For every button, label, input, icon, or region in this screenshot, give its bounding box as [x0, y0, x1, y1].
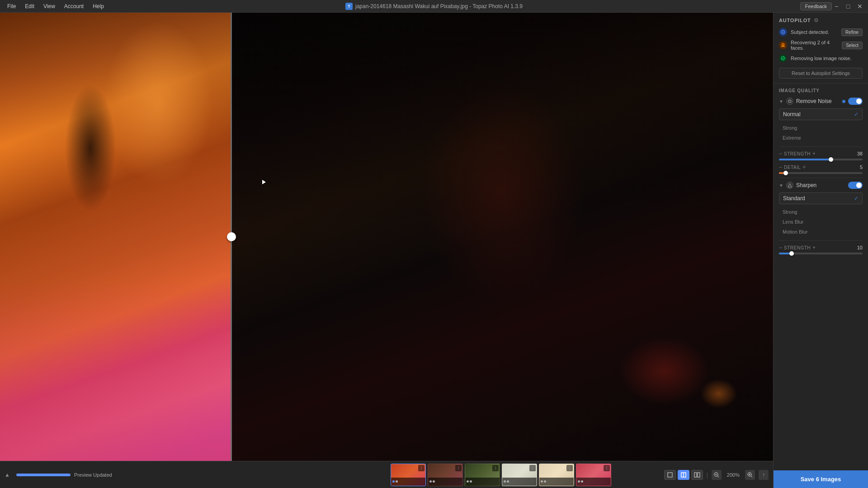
thumb-icons-2: [429, 480, 435, 483]
menu-view[interactable]: View: [40, 2, 59, 10]
sharpen-mode-selected[interactable]: Standard ✓: [779, 192, 863, 204]
menu-file[interactable]: File: [4, 2, 19, 10]
save-images-button[interactable]: Save 6 Images: [774, 470, 868, 488]
zoom-out-button[interactable]: [712, 470, 722, 480]
sharpen-strength-plus-button[interactable]: +: [812, 244, 816, 251]
thumb-icons-5: [541, 480, 546, 483]
sharpen-filter-row: ▼ Sharpen: [779, 182, 863, 189]
thumbnail-6[interactable]: ⋮: [576, 464, 611, 486]
strength-slider-track[interactable]: [779, 159, 863, 160]
split-handle[interactable]: [227, 232, 236, 241]
detail-plus-button[interactable]: +: [802, 164, 806, 170]
thumb-menu-5[interactable]: ⋮: [566, 465, 573, 471]
remove-noise-filter-row: ▼ Remove Noise: [779, 98, 863, 105]
sharpen-strength-slider-track[interactable]: [779, 253, 863, 254]
sharpen-collapse-icon[interactable]: ▼: [779, 183, 783, 188]
remove-noise-toggle[interactable]: [848, 98, 863, 105]
thumb-menu-6[interactable]: ⋮: [604, 465, 610, 471]
canvas-area: ▲ Preview Updated ⋮: [0, 13, 773, 488]
split-divider[interactable]: [231, 13, 232, 461]
menu-help[interactable]: Help: [89, 2, 108, 10]
detail-label: DETAIL: [784, 165, 801, 170]
thumbnail-1[interactable]: ⋮: [391, 464, 426, 486]
sharpen-option-strong[interactable]: Strong: [779, 207, 863, 217]
thumbnail-5[interactable]: ⋮: [539, 464, 574, 486]
sharpen-mode-selector[interactable]: Standard ✓: [779, 192, 863, 204]
select-button[interactable]: Select: [842, 42, 863, 49]
menu-items: File Edit View Account Help: [4, 2, 108, 10]
image-canvas[interactable]: [0, 13, 773, 461]
sharpen-strength-controls: − STRENGTH +: [779, 244, 816, 251]
thumb-menu-3[interactable]: ⋮: [492, 465, 499, 471]
strength-minus-button[interactable]: −: [779, 150, 782, 157]
window-controls: − □ ✕: [832, 2, 864, 11]
sharpen-label: Sharpen: [796, 182, 845, 188]
svg-marker-21: [788, 183, 792, 187]
noise-icon: [779, 54, 787, 62]
remove-noise-mode-selector[interactable]: Normal ✓: [779, 108, 863, 120]
sharpen-strength-slider-thumb[interactable]: [789, 251, 794, 256]
view-controls: | 200% ↑: [664, 470, 769, 480]
sharpen-check-icon: ✓: [854, 195, 859, 202]
split-view-button[interactable]: [678, 470, 689, 480]
sharpen-option-motion-blur[interactable]: Motion Blur: [779, 227, 863, 237]
strength-plus-button[interactable]: +: [812, 150, 816, 157]
divider-2: [779, 178, 863, 178]
remove-noise-mode-selected[interactable]: Normal ✓: [779, 108, 863, 120]
thumbnail-3[interactable]: ⋮: [465, 464, 500, 486]
remove-noise-option-strong[interactable]: Strong: [779, 123, 863, 133]
svg-line-7: [717, 476, 719, 477]
minimize-button[interactable]: −: [832, 2, 841, 11]
detail-label-row: − DETAIL + 5: [779, 164, 863, 170]
detail-slider-thumb[interactable]: [783, 171, 788, 175]
subject-detected-icon: [779, 28, 787, 36]
refine-button[interactable]: Refine: [841, 28, 863, 36]
thumb-icons-3: [467, 480, 472, 483]
thumb-menu-2[interactable]: ⋮: [455, 465, 462, 471]
sharpen-mode-value: Standard: [783, 195, 805, 202]
autopilot-settings-icon[interactable]: ⚙: [814, 17, 819, 23]
sharpen-options: Strong Lens Blur Motion Blur: [779, 207, 863, 237]
divider-3: [779, 240, 863, 241]
sharpen-toggle[interactable]: [848, 182, 863, 189]
menu-bar: File Edit View Account Help T japan-2014…: [0, 0, 868, 13]
autopilot-title: AUTOPILOT: [779, 18, 811, 23]
sharpen-strength-minus-button[interactable]: −: [779, 244, 782, 251]
side-by-side-button[interactable]: [691, 470, 703, 480]
feedback-button[interactable]: Feedback: [800, 2, 832, 10]
expand-icon[interactable]: ▲: [5, 472, 10, 478]
strength-slider-thumb[interactable]: [829, 157, 833, 162]
thumbnail-strip: ⋮ ⋮: [340, 464, 661, 486]
autopilot-row-subject: Subject detected. Refine: [779, 28, 863, 36]
close-button[interactable]: ✕: [855, 2, 864, 11]
thumb-dot-settings-5: [544, 480, 546, 483]
thumbnail-4[interactable]: ⋮: [502, 464, 537, 486]
thumb-dot-settings-6: [581, 480, 583, 483]
autopilot-header: AUTOPILOT ⚙: [779, 17, 863, 23]
image-right-original: [231, 13, 773, 461]
thumb-dot-settings-1: [396, 480, 398, 483]
svg-point-18: [790, 100, 791, 101]
thumb-menu-4[interactable]: ⋮: [529, 465, 536, 471]
bottom-bar: ▲ Preview Updated ⋮: [0, 461, 773, 488]
thumb-dot-eye-4: [504, 480, 506, 483]
detail-slider-track[interactable]: [779, 172, 863, 174]
reset-autopilot-button[interactable]: Reset to Autopilot Settings: [779, 68, 863, 79]
thumb-dot-settings-2: [433, 480, 435, 483]
detail-minus-button[interactable]: −: [779, 164, 782, 170]
sharpen-option-lens-blur[interactable]: Lens Blur: [779, 217, 863, 227]
remove-noise-collapse-icon[interactable]: ▼: [779, 99, 783, 104]
maximize-button[interactable]: □: [844, 2, 853, 11]
strength-controls: − STRENGTH +: [779, 150, 816, 157]
menu-account[interactable]: Account: [61, 2, 87, 10]
image-quality-title: IMAGE QUALITY: [779, 88, 863, 93]
remove-noise-option-extreme[interactable]: Extreme: [779, 133, 863, 143]
thumb-overlay-5: [539, 478, 574, 486]
single-view-button[interactable]: [664, 470, 676, 480]
thumbnail-2[interactable]: ⋮: [428, 464, 463, 486]
thumb-overlay-3: [465, 478, 500, 486]
thumb-menu-1[interactable]: ⋮: [418, 465, 425, 471]
menu-edit[interactable]: Edit: [21, 2, 38, 10]
zoom-in-button[interactable]: [745, 470, 755, 480]
fit-view-button[interactable]: ↑: [759, 470, 769, 480]
